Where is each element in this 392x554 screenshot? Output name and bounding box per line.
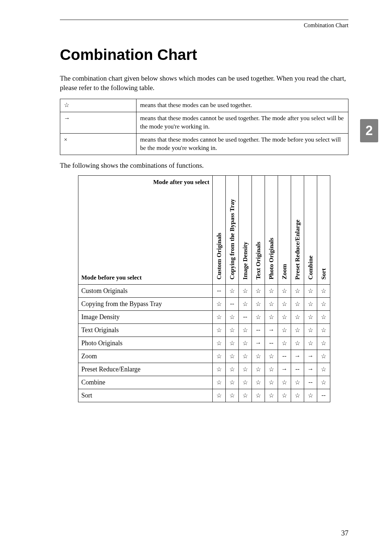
compat-cell: ☆ <box>317 310 330 323</box>
compat-cell: ☆ <box>252 310 265 323</box>
compat-cell: ☆ <box>213 376 226 389</box>
compat-cell: ☆ <box>265 310 278 323</box>
compat-cell: ☆ <box>304 297 317 310</box>
table-row: Combine☆☆☆☆☆☆☆--☆ <box>78 376 330 389</box>
compat-cell: → <box>291 350 304 363</box>
table-row: Sort☆☆☆☆☆☆☆☆-- <box>78 389 330 402</box>
legend-symbol: → <box>60 112 136 134</box>
legend-row: ☆means that these modes can be used toge… <box>60 99 348 112</box>
table-row: Preset Reduce/Enlarge☆☆☆☆☆→--→☆ <box>78 363 330 376</box>
legend-table: ☆means that these modes can be used toge… <box>60 99 348 155</box>
legend-meaning: means that these modes cannot be used to… <box>136 112 348 134</box>
compat-cell: -- <box>291 363 304 376</box>
compat-cell: -- <box>304 376 317 389</box>
column-header: Photo Originals <box>265 175 278 284</box>
compat-cell: ☆ <box>213 297 226 310</box>
compat-cell: ☆ <box>265 297 278 310</box>
compat-cell: ☆ <box>213 337 226 350</box>
compat-cell: ☆ <box>213 389 226 402</box>
legend-row: →means that these modes cannot be used t… <box>60 112 348 134</box>
row-header: Copying from the Bypass Tray <box>78 297 213 310</box>
row-header: Text Originals <box>78 323 213 337</box>
compat-cell: ☆ <box>304 310 317 323</box>
compat-cell: ☆ <box>239 337 252 350</box>
column-header: Zoom <box>278 175 291 284</box>
compat-cell: ☆ <box>278 297 291 310</box>
column-header-label: Combine <box>307 253 314 282</box>
compat-cell: ☆ <box>291 389 304 402</box>
compat-cell: -- <box>278 350 291 363</box>
table-row: Photo Originals☆☆☆→--☆☆☆☆ <box>78 337 330 350</box>
legend-meaning: means that these modes cannot be used to… <box>136 134 348 155</box>
corner-top-label: Mode after you select <box>153 179 209 186</box>
chapter-tab: 2 <box>360 119 378 142</box>
compat-cell: ☆ <box>317 323 330 337</box>
compat-cell: ☆ <box>317 350 330 363</box>
compat-cell: ☆ <box>291 284 304 297</box>
column-header-label: Custom Originals <box>216 230 223 282</box>
row-header: Image Density <box>78 310 213 323</box>
compat-cell: -- <box>226 297 239 310</box>
row-header: Sort <box>78 389 213 402</box>
compat-cell: ☆ <box>278 389 291 402</box>
column-header-label: Photo Originals <box>268 235 275 282</box>
row-header: Combine <box>78 376 213 389</box>
table-row: Custom Originals--☆☆☆☆☆☆☆☆ <box>78 284 330 297</box>
compat-cell: -- <box>265 337 278 350</box>
compat-cell: → <box>304 363 317 376</box>
compat-cell: ☆ <box>239 363 252 376</box>
compat-cell: ☆ <box>252 389 265 402</box>
column-header-label: Sort <box>320 265 327 282</box>
compat-cell: -- <box>252 323 265 337</box>
compat-cell: ☆ <box>278 376 291 389</box>
column-header-label: Zoom <box>281 261 288 282</box>
column-header: Custom Originals <box>213 175 226 284</box>
compat-cell: ☆ <box>239 376 252 389</box>
compat-cell: ☆ <box>278 323 291 337</box>
compat-cell: → <box>265 323 278 337</box>
compat-cell: ☆ <box>252 350 265 363</box>
column-header-label: Copying from the Bypass Tray <box>229 196 236 282</box>
compat-cell: ☆ <box>304 284 317 297</box>
compat-cell: ☆ <box>239 284 252 297</box>
compat-cell: ☆ <box>239 389 252 402</box>
row-header: Preset Reduce/Enlarge <box>78 363 213 376</box>
compat-cell: ☆ <box>317 297 330 310</box>
compat-cell: ☆ <box>226 337 239 350</box>
corner-bottom-label: Mode before you select <box>81 274 142 281</box>
table-corner: Mode after you select Mode before you se… <box>78 175 213 284</box>
header-section: Combination Chart <box>304 22 348 29</box>
compat-cell: ☆ <box>291 337 304 350</box>
compat-cell: ☆ <box>226 310 239 323</box>
column-header-label: Image Density <box>242 239 249 282</box>
row-header: Custom Originals <box>78 284 213 297</box>
compat-cell: ☆ <box>213 363 226 376</box>
compat-cell: ☆ <box>317 284 330 297</box>
row-header: Zoom <box>78 350 213 363</box>
legend-symbol: ☆ <box>60 99 136 112</box>
column-header: Copying from the Bypass Tray <box>226 175 239 284</box>
compat-cell: → <box>252 337 265 350</box>
compat-cell: ☆ <box>213 310 226 323</box>
compat-cell: ☆ <box>265 363 278 376</box>
compat-cell: ☆ <box>226 376 239 389</box>
compat-cell: ☆ <box>304 389 317 402</box>
compat-cell: ☆ <box>226 363 239 376</box>
table-row: Copying from the Bypass Tray☆--☆☆☆☆☆☆☆ <box>78 297 330 310</box>
legend-meaning: means that these modes can be used toget… <box>136 99 348 112</box>
compat-cell: ☆ <box>239 297 252 310</box>
compat-cell: ☆ <box>291 323 304 337</box>
page-title: Combination Chart <box>60 46 348 64</box>
compat-cell: ☆ <box>265 284 278 297</box>
compat-cell: ☆ <box>317 337 330 350</box>
compat-cell: ☆ <box>291 297 304 310</box>
page-number: 37 <box>341 529 348 537</box>
compat-cell: ☆ <box>239 350 252 363</box>
compat-cell: ☆ <box>291 310 304 323</box>
column-header: Preset Reduce/Enlarge <box>291 175 304 284</box>
table-row: Text Originals☆☆☆--→☆☆☆☆ <box>78 323 330 337</box>
column-header: Combine <box>304 175 317 284</box>
compat-cell: ☆ <box>252 284 265 297</box>
compat-cell: ☆ <box>252 297 265 310</box>
compat-cell: -- <box>213 284 226 297</box>
